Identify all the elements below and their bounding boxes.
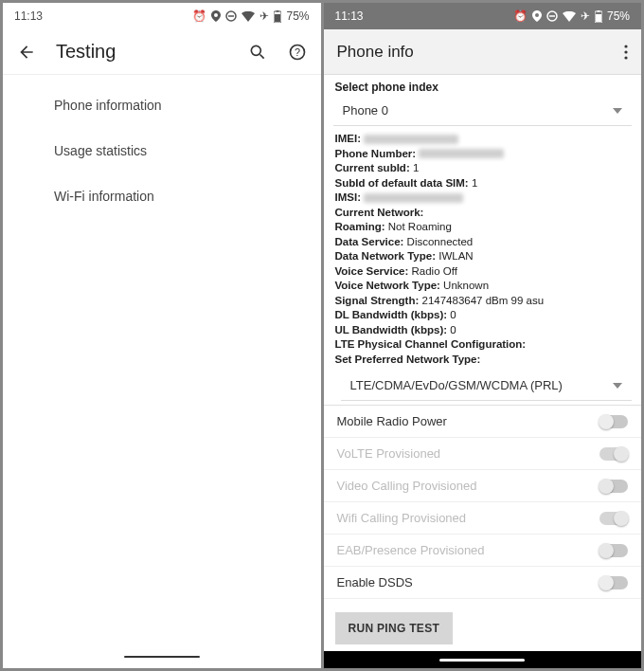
- toggle-dsds[interactable]: Enable DSDS: [324, 567, 642, 599]
- alarm-icon: ⏰: [192, 9, 206, 23]
- nav-bar[interactable]: [324, 651, 642, 668]
- switch-icon: [599, 480, 628, 493]
- switch-icon[interactable]: [599, 576, 628, 589]
- toggle-volte: VoLTE Provisioned: [324, 438, 642, 470]
- battery-icon: [595, 10, 602, 23]
- redacted-value: [364, 135, 458, 144]
- phone-info-body: Select phone index Phone 0 IMEI: Phone N…: [324, 75, 642, 651]
- switch-icon: [599, 447, 628, 461]
- status-time: 11:13: [335, 9, 364, 23]
- redacted-value: [364, 193, 463, 203]
- page-title: Testing: [56, 41, 228, 63]
- menu-item-wifi-info[interactable]: Wi-Fi information: [3, 173, 321, 219]
- svg-rect-4: [275, 14, 280, 22]
- imsi-row: IMSI:: [335, 190, 631, 206]
- svg-text:?: ?: [294, 46, 299, 58]
- voice-network-type-row: Voice Network Type: Unknown: [335, 279, 631, 294]
- subid-default-row: SubId of default data SIM: 1: [335, 176, 631, 191]
- phone-index-value: Phone 0: [343, 103, 388, 118]
- toggle-eab: EAB/Presence Provisioned: [324, 535, 642, 567]
- roaming-row: Roaming: Not Roaming: [335, 220, 631, 235]
- status-icons: ⏰ ✈ 75%: [192, 9, 309, 23]
- select-phone-index-label: Select phone index: [324, 75, 642, 94]
- preferred-network-value: LTE/CDMA/EvDo/GSM/WCDMA (PRL): [350, 378, 563, 392]
- switch-icon: [599, 512, 628, 525]
- dl-bandwidth-row: DL Bandwidth (kbps): 0: [335, 308, 631, 323]
- switch-icon: [599, 544, 628, 557]
- data-service-row: Data Service: Disconnected: [335, 235, 631, 250]
- redacted-value: [419, 149, 504, 158]
- status-bar: 11:13 ⏰ ✈ 75%: [324, 3, 642, 29]
- wifi-icon: [242, 11, 255, 22]
- right-phone: 11:13 ⏰ ✈ 75% Phone info Select phone in…: [324, 3, 642, 668]
- chevron-down-icon: [613, 383, 622, 389]
- svg-rect-12: [597, 10, 599, 12]
- svg-point-14: [624, 45, 627, 47]
- location-icon: [532, 10, 542, 22]
- imei-row: IMEI:: [335, 132, 631, 147]
- airplane-icon: ✈: [259, 9, 269, 23]
- svg-line-6: [259, 54, 263, 58]
- toggle-wifi-calling: Wifi Calling Provisioned: [324, 502, 642, 535]
- current-network-row: Current Network:: [335, 206, 631, 221]
- status-icons: ⏰ ✈ 75%: [513, 9, 630, 23]
- back-icon[interactable]: [16, 42, 37, 63]
- battery-percent: 75%: [286, 9, 309, 23]
- wifi-icon: [563, 11, 576, 22]
- app-bar: Phone info: [324, 29, 642, 75]
- lte-phys-row: LTE Physical Channel Configuration:: [335, 337, 631, 353]
- battery-icon: [274, 10, 281, 23]
- dnd-icon: [225, 10, 237, 22]
- info-fields: IMEI: Phone Number: Current subId: 1 Sub…: [324, 130, 642, 369]
- toggle-video-calling: Video Calling Provisioned: [324, 470, 642, 502]
- help-icon[interactable]: ?: [287, 42, 308, 63]
- home-indicator[interactable]: [3, 645, 321, 668]
- pref-net-label: Set Preferred Network Type:: [335, 353, 631, 368]
- ul-bandwidth-row: UL Bandwidth (kbps): 0: [335, 323, 631, 338]
- run-ping-button[interactable]: RUN PING TEST: [335, 612, 454, 644]
- svg-point-16: [624, 56, 627, 59]
- phone-number-row: Phone Number:: [335, 147, 631, 162]
- svg-point-5: [251, 45, 260, 55]
- svg-rect-3: [277, 10, 279, 12]
- testing-menu: Phone information Usage statistics Wi-Fi…: [3, 75, 321, 227]
- switch-icon[interactable]: [599, 415, 628, 428]
- alarm-icon: ⏰: [513, 9, 528, 23]
- dnd-icon: [546, 10, 558, 22]
- phone-index-dropdown[interactable]: Phone 0: [333, 96, 633, 126]
- chevron-down-icon: [613, 108, 622, 114]
- data-network-type-row: Data Network Type: IWLAN: [335, 249, 631, 264]
- left-phone: 11:13 ⏰ ✈ 75% Testing ?: [3, 3, 321, 668]
- svg-point-15: [624, 50, 627, 53]
- app-bar: Testing ?: [3, 29, 321, 75]
- battery-percent: 75%: [607, 9, 630, 23]
- airplane-icon: ✈: [581, 9, 590, 23]
- voice-service-row: Voice Service: Radio Off: [335, 264, 631, 280]
- svg-rect-13: [596, 14, 601, 22]
- status-bar: 11:13 ⏰ ✈ 75%: [3, 3, 321, 29]
- preferred-network-dropdown[interactable]: LTE/CDMA/EvDo/GSM/WCDMA (PRL): [341, 371, 633, 401]
- location-icon: [211, 10, 221, 22]
- menu-item-phone-info[interactable]: Phone information: [3, 82, 321, 128]
- toggles-section: Mobile Radio Power VoLTE Provisioned Vid…: [324, 405, 642, 599]
- menu-item-usage-stats[interactable]: Usage statistics: [3, 128, 321, 173]
- search-icon[interactable]: [247, 42, 268, 63]
- signal-strength-row: Signal Strength: 2147483647 dBm 99 asu: [335, 294, 631, 309]
- page-title: Phone info: [337, 43, 606, 62]
- overflow-icon[interactable]: [624, 45, 628, 60]
- current-subid-row: Current subId: 1: [335, 161, 631, 176]
- toggle-mobile-radio[interactable]: Mobile Radio Power: [324, 406, 642, 438]
- status-time: 11:13: [14, 9, 43, 23]
